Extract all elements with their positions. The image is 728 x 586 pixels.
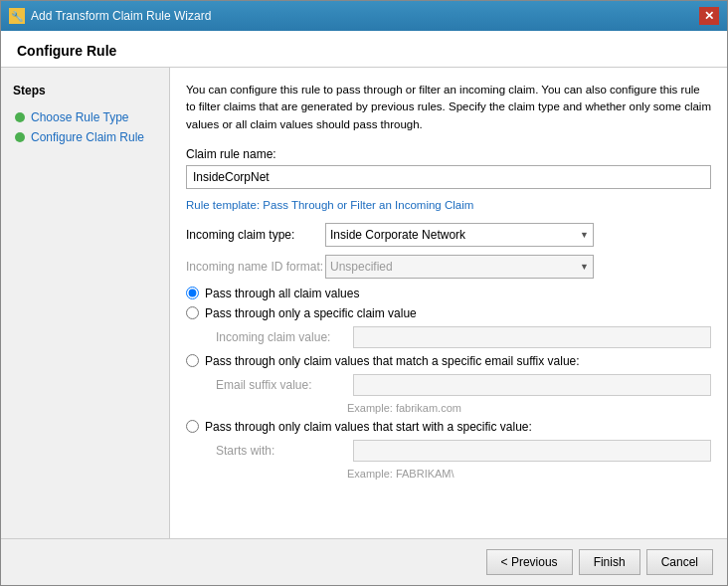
incoming-name-id-format-wrapper: Unspecified <box>325 255 594 279</box>
radio-group: Pass through all claim values Pass throu… <box>186 287 711 480</box>
sidebar-title: Steps <box>13 84 157 98</box>
content-area: Configure Rule Steps Choose Rule Type Co… <box>1 31 727 538</box>
starts-with-example-text: Example: FABRIKAM\ <box>347 468 711 480</box>
email-suffix-row: Email suffix value: <box>216 374 711 396</box>
step-active-icon <box>15 132 25 142</box>
sidebar-item-choose-rule-type[interactable]: Choose Rule Type <box>13 107 157 127</box>
incoming-claim-value-label: Incoming claim value: <box>216 330 345 344</box>
radio-pass-specific-input[interactable] <box>186 306 199 319</box>
radio-pass-email[interactable]: Pass through only claim values that matc… <box>186 354 711 368</box>
rule-template-text: Rule template: Pass Through or Filter an… <box>186 199 711 211</box>
incoming-claim-type-wrapper: Inside Corporate Network <box>325 223 594 247</box>
starts-with-row: Starts with: <box>216 440 711 462</box>
incoming-claim-type-select[interactable]: Inside Corporate Network <box>325 223 594 247</box>
cancel-button[interactable]: Cancel <box>646 549 713 575</box>
title-bar-left: 🔧 Add Transform Claim Rule Wizard <box>9 8 211 24</box>
radio-pass-email-input[interactable] <box>186 354 199 367</box>
description-text: You can configure this rule to pass thro… <box>186 82 711 133</box>
form-area: You can configure this rule to pass thro… <box>170 68 727 538</box>
incoming-claim-value-row: Incoming claim value: <box>216 326 711 348</box>
page-title: Configure Rule <box>1 31 727 68</box>
incoming-claim-type-row: Incoming claim type: Inside Corporate Ne… <box>186 223 711 247</box>
previous-button[interactable]: < Previous <box>486 549 573 575</box>
sidebar-item-configure-claim-rule[interactable]: Configure Claim Rule <box>13 127 157 147</box>
footer: < Previous Finish Cancel <box>1 538 727 585</box>
incoming-claim-type-label: Incoming claim type: <box>186 228 325 242</box>
incoming-name-id-format-row: Incoming name ID format: Unspecified <box>186 255 711 279</box>
starts-with-input <box>353 440 711 462</box>
radio-pass-all-label: Pass through all claim values <box>205 287 359 300</box>
sidebar-item-label: Choose Rule Type <box>31 110 129 124</box>
radio-pass-starts-input[interactable] <box>186 420 199 433</box>
close-button[interactable]: ✕ <box>699 7 719 25</box>
radio-pass-specific-label: Pass through only a specific claim value <box>205 306 417 320</box>
email-example-text: Example: fabrikam.com <box>347 402 711 414</box>
claim-rule-name-group: Claim rule name: <box>186 147 711 189</box>
sidebar: Steps Choose Rule Type Configure Claim R… <box>1 68 170 538</box>
email-suffix-input <box>353 374 711 396</box>
radio-pass-starts-label: Pass through only claim values that star… <box>205 420 532 434</box>
claim-rule-name-input[interactable] <box>186 165 711 189</box>
main-window: 🔧 Add Transform Claim Rule Wizard ✕ Conf… <box>0 0 728 586</box>
incoming-claim-value-input <box>353 326 711 348</box>
window-icon: 🔧 <box>9 8 25 24</box>
sidebar-item-label: Configure Claim Rule <box>31 130 144 144</box>
radio-pass-email-label: Pass through only claim values that matc… <box>205 354 580 368</box>
incoming-name-id-format-label: Incoming name ID format: <box>186 260 325 274</box>
finish-button[interactable]: Finish <box>579 549 640 575</box>
radio-pass-specific[interactable]: Pass through only a specific claim value <box>186 306 711 320</box>
step-done-icon <box>15 112 25 122</box>
email-suffix-label: Email suffix value: <box>216 378 345 392</box>
radio-pass-all-input[interactable] <box>186 287 199 299</box>
incoming-name-id-format-select[interactable]: Unspecified <box>325 255 594 279</box>
claim-rule-name-label: Claim rule name: <box>186 147 711 161</box>
main-body: Steps Choose Rule Type Configure Claim R… <box>1 68 727 538</box>
radio-pass-starts[interactable]: Pass through only claim values that star… <box>186 420 711 434</box>
title-bar: 🔧 Add Transform Claim Rule Wizard ✕ <box>1 1 727 31</box>
window-title: Add Transform Claim Rule Wizard <box>31 9 211 23</box>
starts-with-label: Starts with: <box>216 444 345 458</box>
radio-pass-all[interactable]: Pass through all claim values <box>186 287 711 300</box>
